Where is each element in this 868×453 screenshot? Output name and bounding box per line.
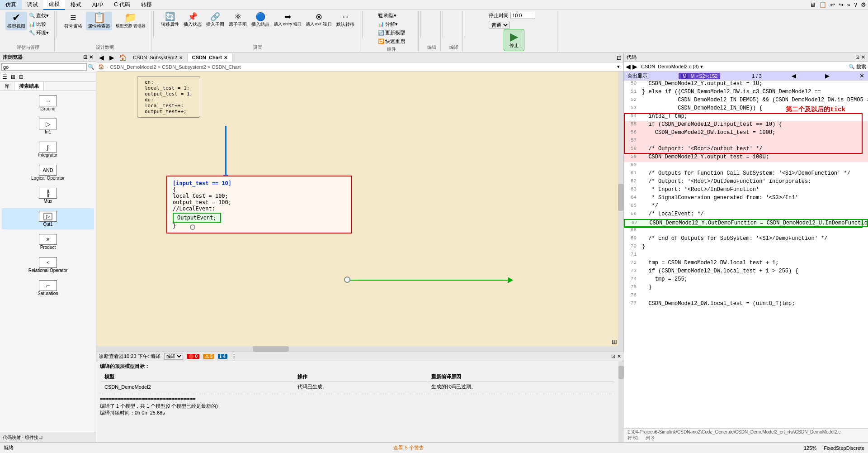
highlight-position: 1 / 3: [752, 73, 761, 79]
diagram-canvas[interactable]: en: local_test = 1; output_test = 1; du:…: [96, 72, 623, 352]
lib-item-integrator[interactable]: ∫ Integrator: [2, 139, 94, 160]
btn-atomic-subgraph[interactable]: ⚛ 原子子图: [227, 12, 249, 29]
btn-insert-entry[interactable]: ➡ 插入 entry 端口: [272, 12, 303, 28]
btn-update-model[interactable]: 🔃 更新模型: [376, 29, 407, 37]
code-content: 第二个及以后的tick 50 CSDN_DemoModel2_Y.output_…: [624, 81, 868, 428]
diagram-vscrollbar-thumb[interactable]: [618, 184, 623, 211]
lib-search-btn[interactable]: 🔍: [88, 64, 94, 70]
btn-property-inspector[interactable]: 📋 属性检查器: [86, 12, 112, 30]
menu-app[interactable]: APP: [87, 1, 108, 9]
menu-debug[interactable]: 调试: [22, 0, 43, 10]
btn-find[interactable]: 🔍 查找▾: [27, 12, 51, 19]
code-line-63: 63 * Inport: '<Root>/InDemoFunction': [624, 186, 868, 195]
code-back-btn[interactable]: ◀: [626, 63, 631, 70]
stoptime-input[interactable]: [510, 12, 535, 19]
output-event-block[interactable]: OutputEvent;: [173, 213, 221, 223]
btn-insert-exit[interactable]: ⊗ 插入 exit 端 口: [304, 12, 334, 28]
diagram-nav-dropdown[interactable]: ▾: [615, 63, 622, 70]
mux-symbol: ╠: [39, 188, 57, 199]
lib-item-saturation[interactable]: ⌐ Saturation: [2, 277, 94, 299]
btn-model-view[interactable]: ✔ 模型视图: [5, 12, 27, 30]
menu-transfer[interactable]: 转移: [136, 0, 157, 10]
btn-transfer-prop[interactable]: 🔄 转移属性: [159, 12, 181, 29]
menu-ccode[interactable]: C 代码: [108, 0, 136, 10]
btn-insert-node[interactable]: 🔵 插入结点: [250, 12, 271, 29]
toolbar-icon-1[interactable]: 🖥: [808, 1, 817, 8]
btn-environment[interactable]: 🔧 环境▾: [27, 29, 51, 37]
diag-vscrollbar[interactable]: [618, 361, 624, 442]
lib-item-ground[interactable]: → Ground: [2, 93, 94, 114]
run-icon: ▶: [510, 31, 518, 42]
lib-item-in1[interactable]: ▷ In1: [2, 116, 94, 137]
btn-model-explorer[interactable]: 📁 模型资源 管理器: [114, 12, 147, 30]
diagram-fit-btn[interactable]: ⊞: [612, 338, 617, 345]
diag-col-action: 操作: [294, 372, 427, 381]
btn-quick-restart[interactable]: 🔁 快速重启: [376, 38, 407, 45]
code-mapping-tab[interactable]: 代码映射 - 组件接口: [0, 433, 96, 442]
diag-menu-btn[interactable]: ⋮: [231, 353, 237, 360]
menu-format[interactable]: 格式: [65, 0, 87, 10]
toolbar-icon-2[interactable]: 📋: [817, 1, 828, 8]
lib-tab-library[interactable]: 库: [0, 82, 14, 91]
code-forward-btn[interactable]: ▶: [632, 63, 637, 70]
code-search-btn[interactable]: 🔍 搜索: [849, 63, 866, 70]
toolbar-redo[interactable]: ↪: [837, 1, 845, 8]
code-line-70: 70}: [624, 243, 868, 252]
condition-block[interactable]: [input_test == 10] { local_test = 100; o…: [166, 176, 352, 234]
diagram-more-btn[interactable]: ⊡: [615, 54, 623, 61]
diagram-tab-subsystem2[interactable]: CSDN_Subsystem2 ✕: [128, 53, 188, 62]
diag-type-dropdown[interactable]: 编译: [164, 353, 183, 360]
menu-modeling[interactable]: 建模: [43, 0, 65, 10]
code-close-btn[interactable]: ✕: [861, 54, 865, 60]
lib-item-relational-op[interactable]: ≤ Relational Operator: [2, 254, 94, 276]
code-panel: 代码 ⊡ ✕ ◀ ▶ CSDN_DemoModel2.c (3) ▾ 🔍 搜索 …: [624, 53, 868, 442]
menu-simulation[interactable]: 仿真: [0, 0, 22, 10]
code-undock-btn[interactable]: ⊡: [855, 54, 859, 60]
diagram-vscrollbar[interactable]: [618, 72, 623, 352]
tab-close-chart[interactable]: ✕: [224, 55, 227, 60]
lib-content: → Ground ▷ In1 ∫ Integrator AND Logical …: [0, 91, 96, 433]
toolbar-settings[interactable]: ⚙: [859, 1, 868, 8]
highlight-close-btn[interactable]: ✕: [859, 72, 864, 79]
solver-dropdown[interactable]: 普通: [489, 21, 509, 29]
btn-decompose[interactable]: 📊 分解▾: [376, 20, 400, 28]
toolbar-more[interactable]: »: [845, 1, 852, 8]
lib-item-logical-op[interactable]: AND Logical Operator: [2, 162, 94, 183]
diagram-hscrollbar-thumb[interactable]: [253, 346, 289, 352]
diag-close-btn[interactable]: ✕: [617, 353, 621, 359]
btn-default-transfer[interactable]: ↔ 默认转移: [335, 12, 356, 29]
lib-detail-view-btn[interactable]: ⊟: [18, 73, 25, 81]
status-warning-link[interactable]: 查看 5 个警告: [393, 445, 424, 450]
diag-undock-btn[interactable]: ⊡: [611, 353, 615, 359]
library-close-btn[interactable]: ✕: [89, 54, 93, 60]
code-line-72: 72 tmp = CSDN_DemoModel2_DW.local_test +…: [624, 260, 868, 268]
diagram-nav-forward[interactable]: ▶: [107, 53, 117, 62]
lib-item-product[interactable]: × Product: [2, 231, 94, 253]
diag-vscrollbar-thumb[interactable]: [618, 366, 624, 379]
diagram-hscrollbar[interactable]: [96, 346, 618, 352]
diagram-home-btn[interactable]: 🏠: [117, 53, 128, 62]
btn-symbol-pane[interactable]: ≡ 符号窗格: [62, 12, 84, 30]
lib-search-input[interactable]: [1, 63, 87, 71]
btn-insert-subgraph[interactable]: 🔗 插入子图: [204, 12, 226, 29]
diagram-nav-back[interactable]: ◀: [96, 53, 107, 62]
diagram-tab-chart[interactable]: CSDN_Chart ✕: [188, 53, 232, 62]
btn-insert-state[interactable]: 📌 插入状态: [182, 12, 203, 29]
highlight-next-btn[interactable]: ▶: [825, 72, 830, 79]
btn-compare[interactable]: 📊 比较: [27, 20, 51, 28]
btn-config[interactable]: 🏗 构型▾: [376, 12, 398, 19]
toolbar-undo[interactable]: ↩: [828, 1, 837, 8]
model-explorer-icon: 📁: [124, 13, 137, 23]
lib-tab-search[interactable]: 搜索结果: [14, 82, 44, 91]
tab-close-subsystem2[interactable]: ✕: [179, 55, 183, 60]
ribbon-group-components: 🏗 构型▾ 📊 分解▾ 🔃 更新模型 🔁 快速重启 组件: [364, 11, 419, 52]
lib-item-mux[interactable]: ╠ Mux: [2, 185, 94, 206]
code-line-58: 58 /* Outport: '<Root>/output_test' */: [624, 146, 868, 154]
library-undock-btn[interactable]: ⊡: [83, 54, 87, 60]
toolbar-help[interactable]: ?: [852, 1, 859, 8]
btn-run[interactable]: ▶ 停止: [504, 29, 524, 51]
highlight-prev-btn[interactable]: ◀: [792, 72, 796, 79]
lib-item-out1[interactable]: ▷ Out1: [2, 208, 94, 229]
lib-list-view-btn[interactable]: ☰: [1, 73, 9, 81]
lib-grid-view-btn[interactable]: ⊞: [9, 73, 17, 81]
